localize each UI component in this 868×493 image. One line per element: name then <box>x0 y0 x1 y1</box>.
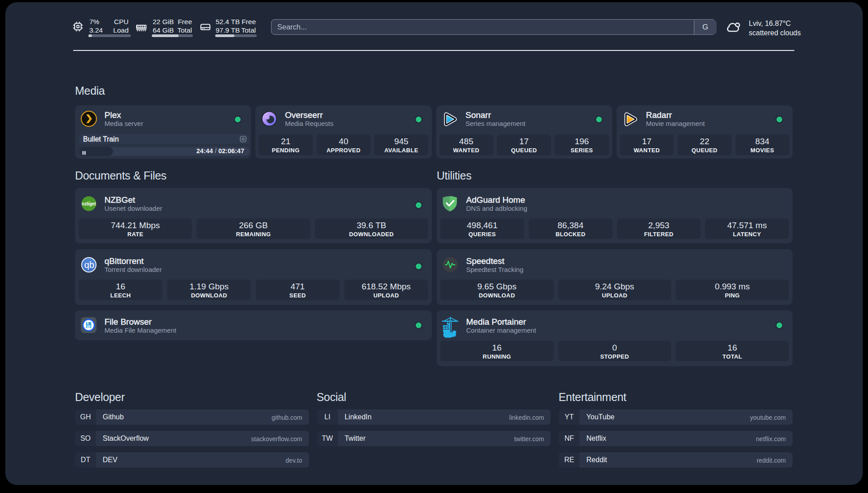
svg-text:qb: qb <box>84 260 94 270</box>
svg-text:nzbget: nzbget <box>82 201 96 206</box>
